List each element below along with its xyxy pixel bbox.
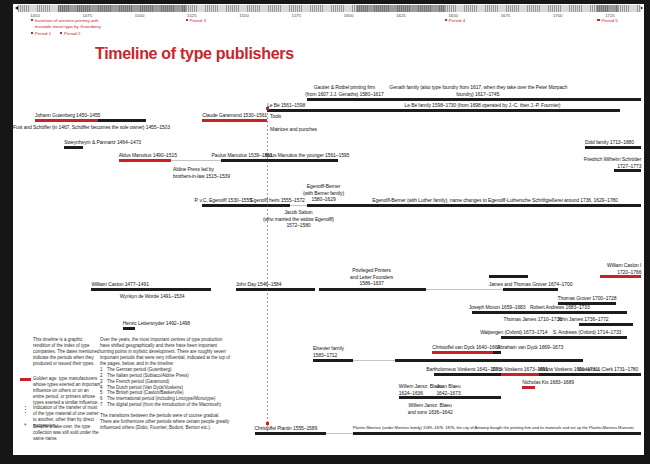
timeline-bar-label: Elsevier family 1583–1712 bbox=[313, 345, 344, 358]
ruler-tick-label: 1500 bbox=[135, 13, 145, 18]
timeline-bar bbox=[614, 169, 641, 172]
periods-intro: Over the years, the most important centr… bbox=[100, 337, 232, 367]
timeline-bar-label: Henric Lettersnyder 1492–1498 bbox=[123, 320, 190, 327]
timeline-bar bbox=[587, 336, 627, 339]
timeline-bar-label: Friedrich Wilhelm Schröder 1727–1773 bbox=[584, 156, 642, 169]
timeline-bar bbox=[501, 336, 587, 339]
timeline-bar-label: William Caxton 1477–1491 bbox=[91, 281, 148, 288]
timeline-bar bbox=[503, 288, 557, 291]
page-title: Timeline of type publishers bbox=[95, 45, 294, 63]
timeline-bar-label: Thomas James 1710–1736 bbox=[503, 316, 561, 323]
timeline-bar bbox=[255, 204, 291, 207]
timeline-bar bbox=[623, 373, 641, 376]
timeline-bar bbox=[384, 98, 641, 101]
transfer-marker bbox=[266, 107, 269, 110]
timeline-bar bbox=[319, 288, 426, 291]
annotation-label: Tools bbox=[270, 113, 281, 120]
poster-frame: Timeline of type publishers This timelin… bbox=[0, 0, 650, 464]
period-marker-dot bbox=[186, 19, 188, 21]
timeline-bar bbox=[522, 311, 627, 314]
timeline-bar-label: Christoffel van Dyck 1640–1669 bbox=[432, 344, 500, 351]
timeline-bar-label: Dold family 1713–1880 bbox=[585, 139, 634, 146]
timeline-bar-label: S. Andrews (Oxford) 1714–1733 bbox=[553, 329, 622, 336]
period-marker-dot bbox=[60, 32, 62, 34]
timeline-bar bbox=[395, 359, 583, 362]
period-marker-label: Period 3 bbox=[190, 18, 206, 24]
timeline-bar-label: Privileged Printers and Letter Founders … bbox=[350, 267, 393, 287]
timeline-bar-label: Claude Garamond 1530–1561 bbox=[202, 112, 267, 119]
timeline-bar bbox=[267, 109, 344, 112]
timeline-bar bbox=[600, 275, 641, 278]
periods-list-number: 7 bbox=[100, 402, 107, 408]
ruler-band bbox=[445, 5, 598, 12]
timeline-bar bbox=[171, 160, 221, 161]
timeline-bar-label: Joseph Moxon 1659–1683 bbox=[469, 304, 526, 311]
timeline-bar bbox=[236, 288, 315, 291]
timeline-bar-label: Paulus Manutius 1539–1561 bbox=[212, 152, 273, 159]
timeline-bar bbox=[432, 351, 493, 354]
period-marker-label: Period 5 bbox=[601, 18, 617, 24]
timeline-bar bbox=[434, 373, 501, 376]
timeline-bar bbox=[522, 386, 535, 389]
timeline-bar bbox=[501, 373, 539, 376]
ruler-band bbox=[597, 5, 618, 12]
period-marker-dot bbox=[31, 32, 33, 34]
timeline-bar-label: Abraham van Dyck 1669–1673 bbox=[497, 344, 563, 351]
timeline-bar bbox=[119, 159, 171, 162]
ruler-tick-label: 1550 bbox=[239, 13, 249, 18]
timeline-bar bbox=[539, 373, 623, 376]
timeline-bar bbox=[426, 289, 503, 290]
transfer-line bbox=[267, 109, 268, 432]
timeline-bar bbox=[326, 433, 353, 434]
timeline-bar-label: Le Bé family 1598–1730 (from 1698 operat… bbox=[405, 102, 561, 109]
timeline-bar bbox=[64, 146, 83, 149]
timeline-bar-label: Joan Blaeu 1642–1673 bbox=[436, 383, 460, 396]
ruler-band bbox=[618, 5, 641, 12]
timeline-bar-label: Jacob Sabon (who married the widow Egeno… bbox=[263, 209, 334, 229]
timeline-bar-label: Willem Jansz. Blaeu and sons 1636–1642 bbox=[408, 402, 453, 415]
ruler-band bbox=[18, 5, 58, 12]
timeline-bar-label: Egenolff-Berner (with Luther family), na… bbox=[372, 197, 617, 204]
intro-text: This timeline is a graphic rendition of … bbox=[33, 337, 101, 367]
timeline-bar bbox=[399, 396, 501, 399]
timeline-bar-label: Egenolff-Berner (with Berner family) 158… bbox=[303, 183, 344, 203]
periods-list-text: The digital period (from the introductio… bbox=[107, 402, 232, 408]
timeline-bar-label: Fust and Schöffer (in 1467, Schöffer bec… bbox=[13, 124, 170, 131]
ruler-tick-label: 1700 bbox=[553, 13, 563, 18]
timeline-bar-label: Genath family (also type foundry from 16… bbox=[389, 84, 567, 97]
timeline-bar bbox=[290, 205, 307, 206]
timeline-bar bbox=[98, 119, 146, 122]
timeline-bar-label: Aldine Press led by brothers-in-law 1515… bbox=[173, 166, 230, 179]
timeline-bar-label: Egenolff heirs 1555–1572 bbox=[250, 197, 305, 204]
timeline-bar-label: Walpergen (Oxford) 1673–1714 bbox=[480, 329, 547, 336]
periods-list-item: 7The digital period (from the introducti… bbox=[100, 402, 232, 408]
timeline-bar bbox=[493, 351, 501, 354]
timeline-bar-label: Johann Gutenberg 1450–1455 bbox=[35, 112, 100, 119]
period-marker-dot bbox=[445, 19, 447, 21]
timeline-bar-label: Robert Andrews 1683–1733 bbox=[530, 304, 590, 311]
timeline-chart: Timeline of type publishers This timelin… bbox=[0, 0, 650, 464]
ruler-tick-label: 1575 bbox=[292, 13, 302, 18]
timeline-bar bbox=[255, 432, 326, 435]
timeline-bar bbox=[313, 359, 353, 362]
timeline-bar bbox=[91, 288, 210, 291]
ruler-tick-label: 1675 bbox=[501, 13, 511, 18]
period-marker-label: Period 1 bbox=[35, 31, 51, 37]
timeline-bar bbox=[202, 204, 254, 207]
timeline-bar-label: Plantin-Moretus (under Moretus family) 1… bbox=[353, 425, 635, 430]
timeline-bar bbox=[202, 119, 267, 122]
transfer-marker bbox=[266, 422, 269, 425]
legend-item-golden-age: Golden age: type manufacturers whose typ… bbox=[33, 376, 101, 406]
timeline-bar-label: John James 1736–1772 bbox=[557, 316, 608, 323]
legend-transfer-marker bbox=[25, 406, 26, 413]
timeline-bar bbox=[307, 204, 409, 207]
timeline-bar-label: William Caslon I 1720–1766 bbox=[607, 262, 641, 275]
timeline-bar bbox=[585, 146, 641, 149]
timeline-bar-label: Thomas Grover 1700–1728 bbox=[558, 295, 617, 302]
ruler-band bbox=[186, 5, 357, 12]
timeline-bar-label: Wynkyn de Worde 1491–1534 bbox=[120, 293, 185, 300]
timeline-bar bbox=[489, 275, 529, 278]
period-marker-label: Invention of western printing with movab… bbox=[35, 18, 101, 29]
timeline-bar bbox=[307, 98, 384, 101]
timeline-bar bbox=[353, 360, 395, 361]
